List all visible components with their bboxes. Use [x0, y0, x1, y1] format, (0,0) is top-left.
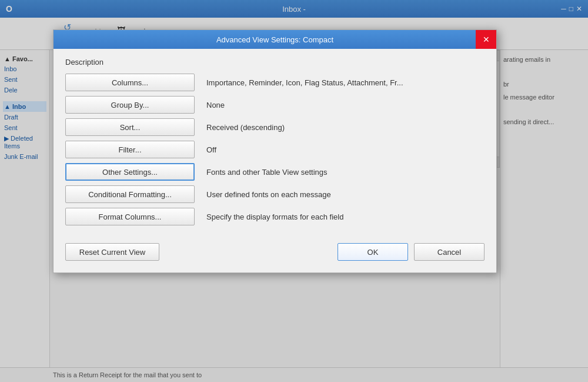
- dialog-close-icon: ✕: [483, 35, 490, 44]
- group-by-button[interactable]: Group By...: [65, 96, 195, 114]
- columns-row: Columns... Importance, Reminder, Icon, F…: [65, 74, 485, 91]
- sort-value: Received (descending): [206, 123, 285, 132]
- sort-row: Sort... Received (descending): [65, 118, 485, 136]
- other-settings-button-label: Other Settings...: [102, 168, 158, 177]
- other-settings-value: Fonts and other Table View settings: [206, 168, 327, 177]
- filter-value: Off: [206, 145, 216, 154]
- group-by-button-label: Group By...: [111, 101, 149, 109]
- ok-button[interactable]: OK: [338, 243, 408, 261]
- columns-button-label: Columns...: [112, 78, 148, 87]
- columns-button[interactable]: Columns...: [65, 74, 195, 91]
- footer-right-buttons: OK Cancel: [338, 243, 485, 261]
- dialog-content: Description Columns... Importance, Remin…: [54, 49, 496, 273]
- cancel-label: Cancel: [437, 248, 461, 257]
- conditional-formatting-value: User defined fonts on each message: [206, 190, 331, 199]
- sort-button[interactable]: Sort...: [65, 118, 195, 136]
- other-settings-row: Other Settings... Fonts and other Table …: [65, 163, 485, 181]
- conditional-formatting-button[interactable]: Conditional Formatting...: [65, 185, 195, 203]
- columns-value: Importance, Reminder, Icon, Flag Status,…: [206, 78, 403, 87]
- sort-button-label: Sort...: [120, 123, 141, 132]
- format-columns-row: Format Columns... Specify the display fo…: [65, 208, 485, 225]
- description-header: Description: [65, 58, 485, 67]
- ok-label: OK: [368, 248, 379, 257]
- cancel-button[interactable]: Cancel: [414, 243, 485, 261]
- dialog-close-button[interactable]: ✕: [476, 30, 496, 49]
- conditional-formatting-button-label: Conditional Formatting...: [88, 190, 172, 199]
- reset-current-view-button[interactable]: Reset Current View: [65, 243, 159, 261]
- group-by-value: None: [206, 101, 225, 109]
- filter-row: Filter... Off: [65, 141, 485, 158]
- filter-button-label: Filter...: [118, 145, 141, 154]
- dialog-footer: Reset Current View OK Cancel: [65, 237, 485, 261]
- format-columns-button-label: Format Columns...: [99, 212, 162, 221]
- conditional-formatting-row: Conditional Formatting... User defined f…: [65, 185, 485, 203]
- filter-button[interactable]: Filter...: [65, 141, 195, 158]
- dialog-titlebar: Advanced View Settings: Compact ✕: [54, 30, 496, 49]
- advanced-view-settings-dialog: Advanced View Settings: Compact ✕ Descri…: [53, 29, 497, 273]
- group-by-row: Group By... None: [65, 96, 485, 114]
- reset-current-view-label: Reset Current View: [79, 248, 145, 257]
- dialog-title: Advanced View Settings: Compact: [216, 35, 333, 44]
- format-columns-value: Specify the display formats for each fie…: [206, 212, 343, 221]
- other-settings-button[interactable]: Other Settings...: [65, 163, 195, 181]
- format-columns-button[interactable]: Format Columns...: [65, 208, 195, 225]
